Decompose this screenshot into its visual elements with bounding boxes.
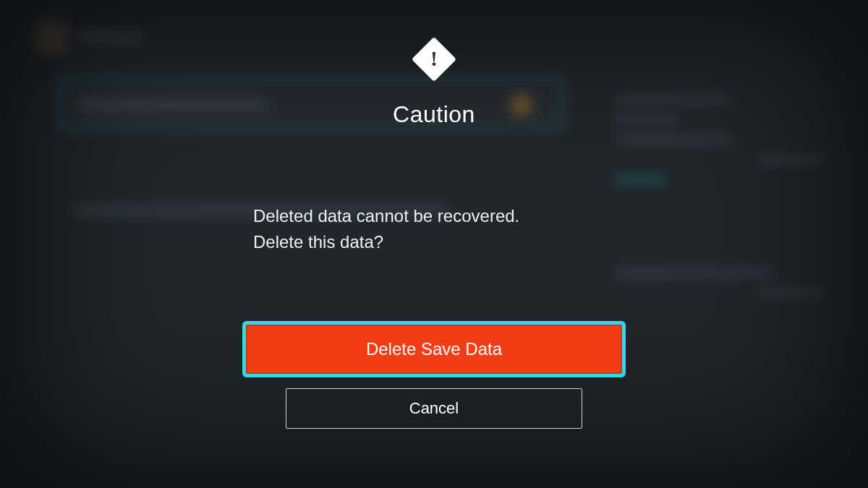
cancel-button[interactable]: Cancel [286,388,582,429]
delete-save-data-button[interactable]: Delete Save Data [246,325,622,374]
dialog-message-line-1: Deleted data cannot be recovered. [253,203,615,229]
cancel-label: Cancel [409,399,459,418]
delete-save-data-label: Delete Save Data [366,339,502,359]
dialog-buttons: Delete Save Data Cancel [246,325,622,429]
dialog-message: Deleted data cannot be recovered. Delete… [253,203,615,255]
dialog-title: Caution [393,101,475,128]
dialog-message-line-2: Delete this data? [253,229,615,255]
caution-icon: ! [411,36,457,82]
caution-dialog: ! Caution Deleted data cannot be recover… [0,0,868,488]
